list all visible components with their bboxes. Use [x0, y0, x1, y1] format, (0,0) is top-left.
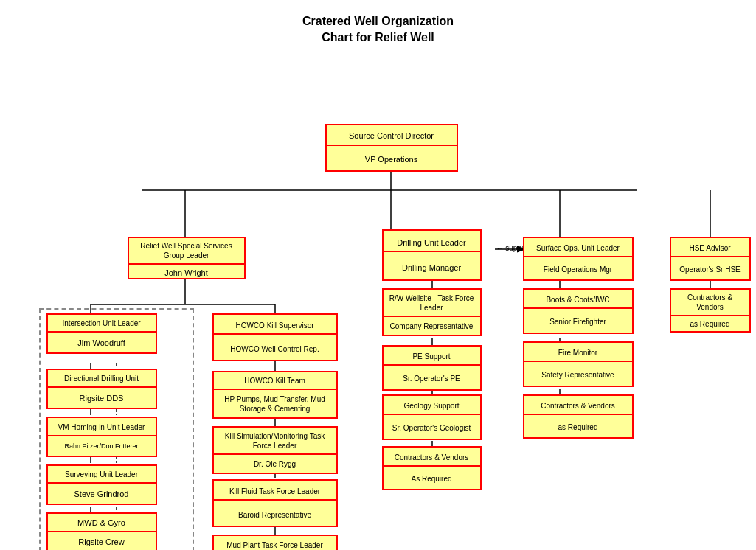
- drilling-unit-label: Drilling Unit Leader: [384, 234, 480, 252]
- pe-support-label: PE Support: [384, 349, 480, 366]
- howco-kill-team-box: HOWCO Kill Team HP Pumps, Mud Transfer, …: [212, 371, 338, 419]
- contractors-vendors-surf-label: Contractors & Vendors: [524, 398, 632, 415]
- as-required-hse-label: as Required: [671, 316, 749, 332]
- contractors-vendors-mid-box: Contractors & Vendors As Required: [382, 446, 482, 490]
- hse-advisor-box: HSE Advisor Operator's Sr HSE: [670, 237, 751, 281]
- kill-fluid-label: Kill Fluid Task Force Leader: [214, 484, 336, 501]
- jim-woodruff-label: Jim Woodruff: [48, 335, 156, 351]
- kill-fluid-box: Kill Fluid Task Force Leader Baroid Repr…: [212, 479, 338, 527]
- surveying-unit-label: Surveying Unit Leader: [48, 467, 156, 484]
- rahn-pitzer-label: Rahn Pitzer/Don Fritterer: [48, 439, 156, 454]
- company-rep-label: Company Representative: [384, 318, 480, 334]
- sr-operators-pe-label: Sr. Operator's PE: [384, 371, 480, 386]
- boots-coots-box: Boots & Coots/IWC Senior Firefighter: [523, 288, 634, 334]
- source-control-box: Source Control Director VP Operations: [325, 124, 458, 172]
- contractors-vendors-hse-box: Contractors & Vendors as Required: [670, 288, 751, 333]
- rigsite-dds-label: Rigsite DDS: [48, 390, 156, 406]
- mud-plant-label: Mud Plant Task Force Leader: [214, 537, 336, 550]
- contractors-vendors-hse-label: Contractors & Vendors: [671, 290, 749, 316]
- fire-monitor-label: Fire Monitor: [524, 345, 632, 362]
- source-control-label: Source Control Director: [327, 128, 457, 145]
- mud-plant-box: Mud Plant Task Force Leader Mud Plant Op…: [212, 535, 338, 550]
- howco-kill-sup-box: HOWCO Kill Supervisor HOWCO Well Control…: [212, 313, 338, 361]
- howco-kill-sup-label: HOWCO Kill Supervisor: [214, 318, 336, 335]
- howco-kill-team-label: HOWCO Kill Team: [214, 373, 336, 390]
- contractors-vendors-mid-label: Contractors & Vendors: [384, 450, 480, 467]
- mwd-gyro-box: MWD & Gyro Rigsite Crew: [46, 512, 157, 550]
- as-required-surf-label: as Required: [524, 420, 632, 435]
- directional-drilling-box: Directional Drilling Unit Rigsite DDS: [46, 369, 157, 409]
- john-wright-label: John Wright: [129, 265, 244, 281]
- vm-homing-box: VM Homing-in Unit Leader Rahn Pitzer/Don…: [46, 417, 157, 457]
- surface-ops-label: Surface Ops. Unit Leader: [524, 240, 632, 257]
- hse-advisor-label: HSE Advisor: [671, 240, 749, 257]
- rigsite-crew-label: Rigsite Crew: [48, 534, 156, 550]
- kill-sim-label: Kill Simulation/Monitoring Task Force Le…: [214, 428, 336, 455]
- field-ops-label: Field Operations Mgr: [524, 262, 632, 277]
- relief-well-box: Relief Well Special Services Group Leade…: [128, 237, 246, 279]
- safety-rep-label: Safety Representative: [524, 367, 632, 383]
- sr-operators-geologist-label: Sr. Operator's Geologist: [384, 420, 480, 436]
- boots-coots-label: Boots & Coots/IWC: [524, 292, 632, 309]
- baroid-rep-label: Baroid Representative: [214, 507, 336, 523]
- fire-monitor-box: Fire Monitor Safety Representative: [523, 341, 634, 387]
- vp-operations-label: VP Operations: [327, 151, 457, 167]
- geology-support-box: Geology Support Sr. Operator's Geologist: [382, 394, 482, 440]
- page-title: Cratered Well Organization Chart for Rel…: [0, 0, 756, 54]
- senior-firefighter-label: Senior Firefighter: [524, 314, 632, 330]
- steve-grindrod-label: Steve Grindrod: [48, 486, 156, 502]
- directional-drilling-label: Directional Drilling Unit: [48, 371, 156, 388]
- geology-support-label: Geology Support: [384, 398, 480, 415]
- dr-ole-label: Dr. Ole Rygg: [214, 456, 336, 472]
- drilling-manager-label: Drilling Manager: [384, 260, 480, 276]
- relief-well-label: Relief Well Special Services Group Leade…: [129, 238, 244, 265]
- drilling-unit-box: Drilling Unit Leader Drilling Manager: [382, 229, 482, 281]
- vm-homing-label: VM Homing-in Unit Leader: [48, 420, 156, 436]
- as-required-mid-label: As Required: [384, 471, 480, 487]
- hp-pumps-label: HP Pumps, Mud Transfer, Mud Storage & Ce…: [214, 391, 336, 417]
- intersection-label: Intersection Unit Leader: [48, 316, 156, 333]
- contractors-vendors-surf-box: Contractors & Vendors as Required: [523, 394, 634, 439]
- howco-well-ctrl-label: HOWCO Well Control Rep.: [214, 341, 336, 357]
- rw-wellsite-box: R/W Wellsite - Task Force Leader Company…: [382, 288, 482, 336]
- surface-ops-box: Surface Ops. Unit Leader Field Operation…: [523, 237, 634, 281]
- surveying-unit-box: Surveying Unit Leader Steve Grindrod: [46, 464, 157, 505]
- pe-support-box: PE Support Sr. Operator's PE: [382, 345, 482, 391]
- operators-sr-hse-label: Operator's Sr HSE: [671, 262, 749, 277]
- mwd-gyro-label: MWD & Gyro: [48, 515, 156, 532]
- kill-sim-box: Kill Simulation/Monitoring Task Force Le…: [212, 426, 338, 474]
- rw-wellsite-label: R/W Wellsite - Task Force Leader: [384, 290, 480, 317]
- intersection-box: Intersection Unit Leader Jim Woodruff: [46, 313, 157, 354]
- org-chart: Source Control Director VP Operations Re…: [2, 54, 755, 550]
